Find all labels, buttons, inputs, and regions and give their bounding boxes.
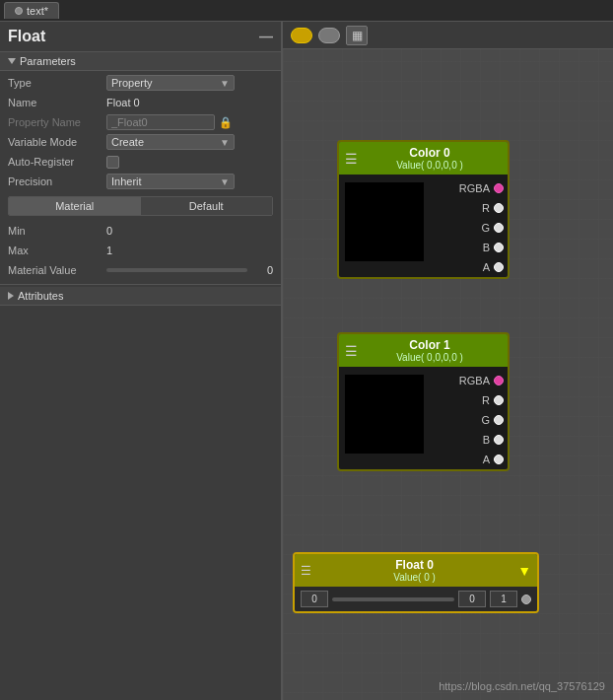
color0-body: RGBA R G B A xyxy=(339,175,508,277)
color0-rgba-label: RGBA xyxy=(459,182,490,194)
float0-subtitle: Value( 0 ) xyxy=(311,572,517,583)
watermark-text: https://blog.csdn.net/qq_37576129 xyxy=(439,680,605,692)
color0-rgba-output: RGBA xyxy=(459,182,504,194)
tab-default[interactable]: Default xyxy=(141,197,273,215)
color0-rgba-circle[interactable] xyxy=(494,183,504,193)
float0-header-text: Float 0 Value( 0 ) xyxy=(311,558,517,583)
color1-b-output: B xyxy=(483,434,504,446)
color1-a-label: A xyxy=(483,454,490,465)
auto-register-label: Auto-Register xyxy=(8,156,106,168)
lock-icon: 🔒 xyxy=(219,116,233,129)
type-row: Type Property ▼ xyxy=(0,73,281,93)
float0-val-input[interactable] xyxy=(458,591,486,607)
property-name-input[interactable] xyxy=(106,114,215,130)
color0-g-output: G xyxy=(481,222,504,234)
color1-rgba-label: RGBA xyxy=(459,375,490,386)
auto-register-row: Auto-Register xyxy=(0,152,281,172)
color0-outputs: RGBA R G B A xyxy=(459,178,508,273)
divider xyxy=(0,284,281,285)
min-value: 0 xyxy=(106,225,273,237)
triangle-right-icon xyxy=(8,292,14,300)
material-default-tabs: Material Default xyxy=(8,196,273,216)
float0-menu-icon[interactable]: ☰ xyxy=(301,564,311,578)
precision-row: Precision Inherit ▼ xyxy=(0,172,281,191)
precision-arrow-icon: ▼ xyxy=(220,176,230,187)
grid-icon-button[interactable]: ▦ xyxy=(346,26,368,45)
color0-a-circle[interactable] xyxy=(494,262,504,272)
color0-a-label: A xyxy=(483,261,490,273)
color1-r-label: R xyxy=(482,394,490,406)
color0-header: ☰ Color 0 Value( 0,0,0,0 ) xyxy=(339,142,508,175)
color1-a-circle[interactable] xyxy=(494,455,504,464)
right-top-bar: ▦ xyxy=(283,22,613,49)
attributes-section-header[interactable]: Attributes xyxy=(0,287,281,306)
color0-header-text: Color 0 Value( 0,0,0,0 ) xyxy=(358,146,502,171)
color1-rgba-circle[interactable] xyxy=(494,376,504,385)
panel-title-bar: Float — xyxy=(0,22,281,52)
attributes-label: Attributes xyxy=(18,290,63,302)
name-value: Float 0 xyxy=(106,97,273,108)
tab-material[interactable]: Material xyxy=(9,197,141,215)
precision-label: Precision xyxy=(8,175,106,187)
material-value-slider[interactable] xyxy=(106,268,247,272)
tab-dot-icon xyxy=(15,7,23,15)
tab-text[interactable]: text* xyxy=(4,2,59,19)
min-label: Min xyxy=(8,225,106,237)
float0-title: Float 0 xyxy=(311,558,517,572)
parameters-table: Type Property ▼ Name Float 0 Property Na… xyxy=(0,71,281,193)
auto-register-checkbox-area[interactable] xyxy=(106,156,119,169)
float0-max-input[interactable] xyxy=(490,591,517,607)
type-value: Property xyxy=(111,77,153,89)
material-value-row: Material Value 0 xyxy=(0,260,281,280)
color0-r-label: R xyxy=(482,202,490,214)
variable-mode-value: Create xyxy=(111,136,144,148)
min-row: Min 0 xyxy=(0,221,281,241)
color1-subtitle: Value( 0,0,0,0 ) xyxy=(358,352,502,363)
property-name-row: Property Name 🔒 xyxy=(0,112,281,132)
max-value: 1 xyxy=(106,245,273,256)
type-select-arrow-icon: ▼ xyxy=(220,78,230,89)
color1-menu-icon[interactable]: ☰ xyxy=(345,343,358,359)
color0-title: Color 0 xyxy=(358,146,502,160)
precision-select[interactable]: Inherit ▼ xyxy=(106,174,235,189)
max-row: Max 1 xyxy=(0,241,281,260)
minimize-button[interactable]: — xyxy=(259,29,273,44)
color1-g-circle[interactable] xyxy=(494,415,504,425)
color0-node: ☰ Color 0 Value( 0,0,0,0 ) RGBA R xyxy=(337,140,510,279)
precision-value: Inherit xyxy=(111,175,142,187)
float0-header: ☰ Float 0 Value( 0 ) ▼ xyxy=(295,554,537,587)
color0-g-circle[interactable] xyxy=(494,223,504,233)
color0-r-circle[interactable] xyxy=(494,203,504,213)
type-label: Type xyxy=(8,77,106,89)
circle-gray-button[interactable] xyxy=(318,28,340,43)
right-panel: ▦ ☰ Color 0 Value( 0,0,0,0 ) RGBA xyxy=(283,22,613,700)
circle-yellow-button[interactable] xyxy=(291,28,312,43)
grid-icon: ▦ xyxy=(352,29,363,42)
material-value-label: Material Value xyxy=(8,264,106,276)
main-layout: Float — Parameters Type Property ▼ Name … xyxy=(0,22,613,700)
color1-node: ☰ Color 1 Value( 0,0,0,0 ) RGBA R xyxy=(337,332,510,471)
left-panel: Float — Parameters Type Property ▼ Name … xyxy=(0,22,283,700)
material-value-display: 0 xyxy=(253,264,273,276)
name-row: Name Float 0 xyxy=(0,93,281,112)
color0-r-output: R xyxy=(482,202,504,214)
auto-register-checkbox[interactable] xyxy=(106,156,119,169)
float0-slider-row xyxy=(301,591,531,607)
float0-min-input[interactable] xyxy=(301,591,328,607)
color1-r-circle[interactable] xyxy=(494,395,504,405)
panel-title-text: Float xyxy=(8,28,45,45)
parameters-section-header[interactable]: Parameters xyxy=(0,52,281,71)
variable-mode-arrow-icon: ▼ xyxy=(220,137,230,148)
float0-output-circle[interactable] xyxy=(521,595,531,604)
color1-b-circle[interactable] xyxy=(494,435,504,445)
float0-slider-track[interactable] xyxy=(332,597,454,601)
variable-mode-label: Variable Mode xyxy=(8,136,106,148)
color1-preview xyxy=(345,375,424,454)
color1-outputs: RGBA R G B A xyxy=(459,371,508,465)
variable-mode-select[interactable]: Create ▼ xyxy=(106,134,235,150)
watermark: https://blog.csdn.net/qq_37576129 xyxy=(439,680,605,692)
type-select[interactable]: Property ▼ xyxy=(106,75,235,91)
color0-menu-icon[interactable]: ☰ xyxy=(345,151,358,167)
color0-b-circle[interactable] xyxy=(494,243,504,252)
color1-a-output: A xyxy=(483,454,504,465)
